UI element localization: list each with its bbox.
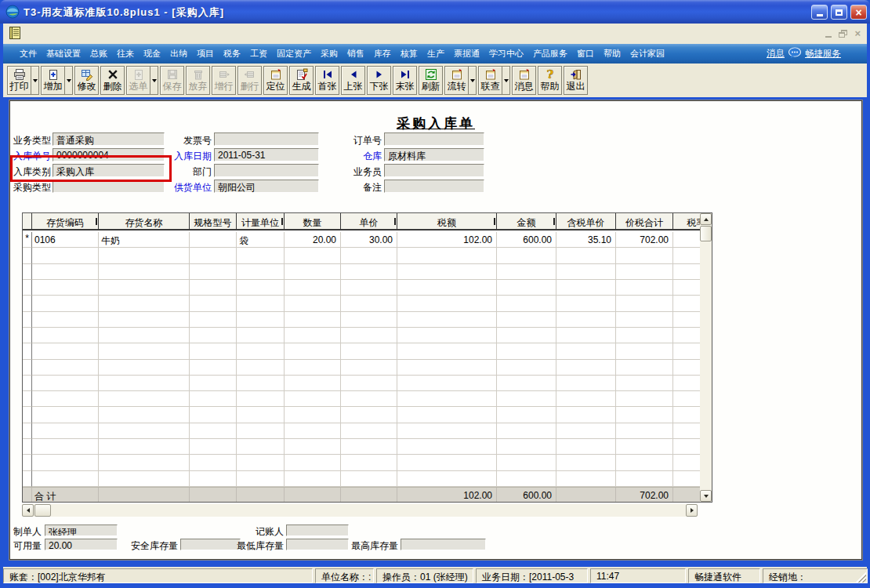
menu-item-固定资产[interactable]: 固定资产 (277, 48, 311, 60)
cell[interactable] (99, 312, 190, 328)
cell[interactable] (99, 280, 190, 296)
toolbar-button-下张[interactable]: 下张 (367, 66, 391, 95)
cell[interactable]: 102.00 (397, 232, 497, 248)
cell[interactable] (237, 455, 285, 470)
cell[interactable] (616, 296, 673, 311)
toolbar-button-刷新[interactable]: 刷新 (419, 66, 443, 95)
scroll-down-button[interactable] (700, 490, 712, 502)
cell[interactable] (341, 423, 397, 439)
toolbar-button-末张[interactable]: 末张 (393, 66, 417, 95)
cell[interactable] (556, 439, 616, 455)
cell[interactable] (285, 312, 341, 328)
cell[interactable] (23, 248, 32, 263)
cell[interactable] (190, 455, 237, 470)
cell[interactable] (190, 439, 237, 455)
cell[interactable] (23, 423, 32, 439)
cell[interactable] (190, 296, 237, 311)
toolbar-button-消息[interactable]: 消息 (512, 66, 536, 95)
cell[interactable] (341, 328, 397, 343)
cell[interactable] (397, 360, 497, 376)
cell[interactable] (285, 439, 341, 455)
cell[interactable] (397, 471, 497, 487)
cell[interactable] (32, 280, 99, 296)
cell[interactable] (99, 376, 190, 391)
cell[interactable] (341, 296, 397, 311)
cell[interactable]: 20.00 (285, 232, 341, 248)
cell[interactable] (99, 439, 190, 455)
cell[interactable] (190, 376, 237, 391)
cell[interactable] (556, 248, 616, 263)
cell[interactable] (616, 407, 673, 423)
menu-item-生产[interactable]: 生产 (427, 48, 444, 60)
menu-item-工资[interactable]: 工资 (250, 48, 267, 60)
cell[interactable] (237, 248, 285, 263)
cell[interactable] (341, 360, 397, 376)
cell[interactable] (32, 391, 99, 407)
cell[interactable] (23, 360, 32, 376)
cell[interactable] (497, 471, 556, 487)
cell[interactable] (285, 376, 341, 391)
cell[interactable] (237, 471, 285, 487)
menu-item-现金[interactable]: 现金 (143, 48, 161, 60)
cell[interactable] (285, 343, 341, 359)
cell[interactable] (190, 328, 237, 343)
footer-input-最高库存量[interactable] (401, 539, 486, 550)
cell[interactable] (341, 407, 397, 423)
cell[interactable] (32, 455, 99, 470)
cell[interactable] (190, 232, 237, 248)
menu-item-总账[interactable]: 总账 (90, 48, 107, 60)
cell[interactable] (237, 360, 285, 376)
cell[interactable] (556, 391, 616, 407)
menu-item-出纳[interactable]: 出纳 (170, 48, 187, 60)
cell[interactable] (556, 360, 616, 376)
cell[interactable] (397, 343, 497, 359)
cell[interactable] (190, 248, 237, 263)
cell[interactable]: 600.00 (497, 232, 556, 248)
cell[interactable] (190, 280, 237, 296)
cell[interactable] (497, 407, 556, 423)
cell[interactable] (237, 391, 285, 407)
cell[interactable] (285, 296, 341, 311)
cell[interactable] (32, 423, 99, 439)
cell[interactable] (23, 455, 32, 470)
mdi-restore-icon[interactable] (839, 30, 847, 38)
cell[interactable] (285, 471, 341, 487)
toolbar-dropdown-流转[interactable] (469, 66, 477, 95)
cell[interactable] (32, 312, 99, 328)
cell[interactable] (341, 280, 397, 296)
cell[interactable] (397, 423, 497, 439)
cell[interactable] (497, 312, 556, 328)
cell[interactable] (556, 407, 616, 423)
cell[interactable] (616, 264, 673, 280)
toolbar-button-打印[interactable]: 打印 (7, 66, 31, 95)
cell[interactable] (397, 376, 497, 391)
close-button[interactable]: × (850, 5, 867, 20)
cell[interactable] (397, 312, 497, 328)
cell[interactable] (32, 328, 99, 343)
cell[interactable] (341, 391, 397, 407)
cell[interactable] (556, 280, 616, 296)
cell[interactable] (285, 455, 341, 470)
cell[interactable] (23, 439, 32, 455)
cell[interactable]: 牛奶 (99, 232, 190, 248)
cell[interactable] (616, 439, 673, 455)
menu-item-文件[interactable]: 文件 (20, 48, 37, 60)
resize-grip[interactable] (856, 572, 866, 583)
cell[interactable] (285, 407, 341, 423)
cell[interactable] (341, 312, 397, 328)
menu-item-帮助[interactable]: 帮助 (604, 48, 621, 60)
cell[interactable] (237, 312, 285, 328)
cell[interactable] (397, 280, 497, 296)
toolbar-button-修改[interactable]: 修改 (74, 66, 99, 95)
cell[interactable]: * (23, 232, 32, 248)
toolbar-dropdown-增加[interactable] (65, 66, 73, 95)
cell[interactable] (32, 376, 99, 391)
cell[interactable] (99, 296, 190, 311)
cell[interactable] (556, 312, 616, 328)
toolbar-dropdown-打印[interactable] (31, 66, 39, 95)
cell[interactable] (190, 423, 237, 439)
cell[interactable] (556, 376, 616, 391)
cell[interactable] (341, 439, 397, 455)
cell[interactable] (32, 296, 99, 311)
cell[interactable] (497, 455, 556, 470)
